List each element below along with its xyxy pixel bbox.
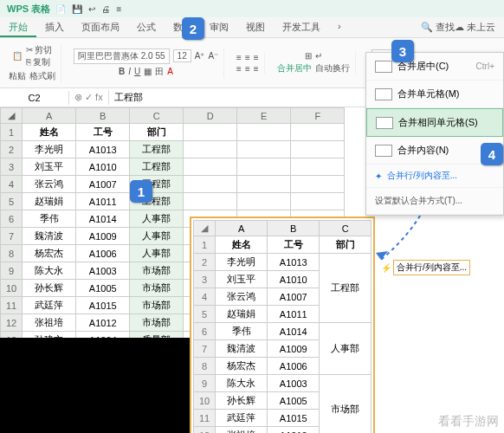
cell[interactable]: 陈大永 [23, 262, 76, 280]
undo-icon[interactable]: ↩ [88, 4, 95, 14]
merge-rowcol-link[interactable]: ✦ 合并行/列内容至... [366, 165, 503, 188]
row-header[interactable]: 6 [1, 210, 23, 228]
header-cell[interactable]: 工号 [76, 124, 130, 141]
cell-dept[interactable]: 人事部 [130, 228, 184, 245]
row-header[interactable]: 8 [1, 245, 23, 262]
cell-dept[interactable]: 市场部 [130, 280, 184, 297]
cell[interactable]: A1003 [76, 262, 130, 280]
font-color-button[interactable]: A [167, 67, 173, 76]
cut-button[interactable]: ✂ 剪切 [26, 44, 53, 56]
cell[interactable]: A1014 [76, 210, 130, 228]
cell[interactable]: 张祖培 [23, 314, 76, 332]
row-header[interactable]: 2 [1, 141, 23, 158]
cell-dept[interactable]: 市场部 [130, 297, 184, 314]
italic-button[interactable]: I [128, 67, 131, 76]
wrap-text-button[interactable]: 自动换行 [315, 62, 350, 74]
cell[interactable]: 李光明 [23, 141, 76, 158]
merged-cell[interactable]: 人事部 [320, 323, 372, 375]
col-header[interactable]: D [184, 108, 237, 124]
row-header[interactable]: 10 [1, 280, 23, 297]
cell-dept[interactable]: 工程部 [130, 158, 184, 176]
row-header[interactable]: 4 [1, 176, 23, 193]
cell[interactable]: 赵瑞娟 [23, 193, 76, 210]
col-header[interactable]: F [291, 108, 345, 124]
row-header[interactable]: 11 [1, 297, 23, 314]
tab-home[interactable]: 开始 [0, 17, 36, 37]
cell[interactable]: A1015 [76, 297, 130, 314]
col-header[interactable]: E [237, 108, 291, 124]
row-header[interactable]: 9 [1, 262, 23, 280]
merge-icon[interactable]: ⊞ [305, 51, 312, 61]
cell-dept[interactable]: 人事部 [130, 245, 184, 262]
doc-icon[interactable]: 📄 [55, 4, 66, 14]
cell[interactable]: 张云鸿 [23, 176, 76, 193]
cell[interactable]: A1010 [76, 158, 130, 176]
wrap-icon[interactable]: ↵ [315, 51, 322, 61]
merge-center-button[interactable]: 合并居中 [277, 62, 312, 74]
font-name-select[interactable]: 阿里巴巴普惠体 2.0 55 [74, 48, 170, 64]
copy-button[interactable]: ⎘ 复制 [26, 56, 53, 68]
font-size-select[interactable]: 12 [173, 49, 191, 62]
tab-insert[interactable]: 插入 [36, 17, 73, 37]
bold-button[interactable]: B [119, 67, 125, 76]
cell-dept[interactable]: 工程部 [130, 141, 184, 158]
row-header[interactable]: 12 [1, 314, 23, 332]
cell[interactable]: 武廷萍 [23, 297, 76, 314]
cell[interactable]: 杨宏杰 [23, 245, 76, 262]
cell[interactable]: A1011 [76, 193, 130, 210]
tab-formula[interactable]: 公式 [128, 17, 165, 37]
cell[interactable]: A1013 [268, 254, 320, 271]
cell[interactable]: A1009 [268, 340, 320, 358]
header-cell[interactable]: 部门 [130, 124, 184, 141]
tab-review[interactable]: 审阅 [201, 17, 237, 37]
cell[interactable]: A1006 [76, 245, 130, 262]
fx-icons[interactable]: ⊗ ✓ fx [69, 90, 109, 105]
save-icon[interactable]: 💾 [72, 4, 82, 14]
cell[interactable]: 孙长辉 [216, 392, 268, 410]
cell[interactable]: 张云鸿 [216, 288, 268, 306]
cell[interactable]: A1015 [268, 410, 320, 427]
cell[interactable]: 魏清波 [23, 228, 76, 245]
format-painter-button[interactable]: 格式刷 [29, 70, 55, 82]
cell[interactable]: A1010 [268, 271, 320, 288]
header-cell[interactable]: 姓名 [23, 124, 76, 141]
decrease-font-icon[interactable]: A⁻ [208, 51, 218, 61]
tab-layout[interactable]: 页面布局 [73, 17, 128, 37]
align-top-icon[interactable]: ≡ [236, 53, 242, 62]
row-header[interactable]: 1 [1, 124, 23, 141]
cell[interactable]: A1012 [268, 427, 320, 434]
cell[interactable]: A1007 [76, 176, 130, 193]
tab-more-icon[interactable]: › [329, 17, 350, 37]
increase-font-icon[interactable]: A⁺ [195, 51, 205, 61]
cell[interactable]: 赵瑞娟 [216, 306, 268, 323]
col-header[interactable]: B [76, 108, 130, 124]
cell[interactable]: A1005 [76, 280, 130, 297]
align-right-icon[interactable]: ≡ [254, 64, 259, 74]
cell[interactable]: 陈大永 [216, 375, 268, 392]
cell[interactable]: 魏清波 [216, 340, 268, 358]
cell[interactable]: A1011 [268, 306, 320, 323]
cell-dept[interactable]: 市场部 [130, 262, 184, 280]
cell[interactable]: 武廷萍 [216, 410, 268, 427]
corner-cell[interactable]: ◢ [1, 108, 23, 124]
underline-button[interactable]: U [134, 67, 140, 76]
row-header[interactable]: 7 [1, 228, 23, 245]
cell-dept[interactable]: 人事部 [130, 210, 184, 228]
cell[interactable]: A1005 [268, 392, 320, 410]
tab-view[interactable]: 视图 [237, 17, 274, 37]
align-center-icon[interactable]: ≡ [245, 64, 250, 74]
align-left-icon[interactable]: ≡ [236, 64, 242, 74]
tab-dev[interactable]: 开发工具 [274, 17, 329, 37]
col-header[interactable]: C [130, 108, 184, 124]
cell[interactable]: A1003 [268, 375, 320, 392]
paste-icon[interactable]: 📋 [12, 51, 23, 61]
align-mid-icon[interactable]: ≡ [245, 53, 250, 62]
cell[interactable]: A1006 [268, 358, 320, 375]
cell-dept[interactable]: 市场部 [130, 314, 184, 332]
row-header[interactable]: 5 [1, 193, 23, 210]
cell[interactable]: 刘玉平 [23, 158, 76, 176]
cloud-status[interactable]: ☁ 未上云 [455, 21, 495, 34]
border-button[interactable]: 田 [155, 66, 164, 78]
cell[interactable]: A1007 [268, 288, 320, 306]
cell[interactable]: A1014 [268, 323, 320, 340]
